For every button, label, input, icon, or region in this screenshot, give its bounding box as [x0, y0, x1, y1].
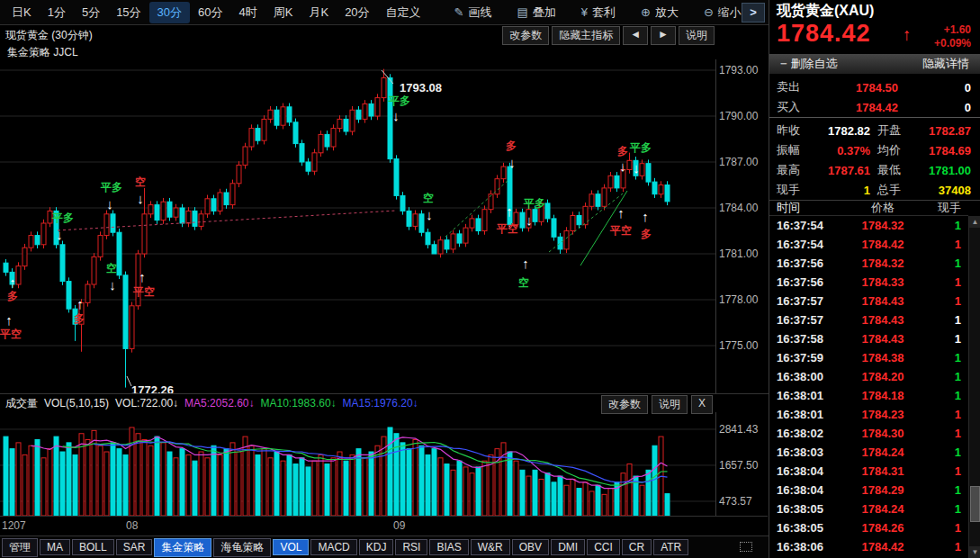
chart-prev-arrow-button[interactable]: ◄ [623, 26, 648, 45]
scroll-thumb[interactable] [970, 486, 980, 522]
svg-text:平空: 平空 [0, 328, 22, 340]
price-change: +1.60 [934, 23, 971, 37]
trade-price: 1784.43 [843, 332, 922, 346]
tab-BOLL[interactable]: BOLL [72, 539, 114, 555]
table-row[interactable]: 16:38:011784.231 [769, 405, 968, 424]
timeframe-自定义[interactable]: 自定义 [378, 2, 429, 23]
volume-pane-title: 成交量 [5, 396, 38, 411]
table-row[interactable]: 16:37:561784.321 [769, 254, 968, 273]
timeframe-20分[interactable]: 20分 [337, 2, 377, 23]
table-row[interactable]: 16:38:051784.261 [769, 518, 968, 537]
tab-ATR[interactable]: ATR [653, 539, 688, 555]
table-row[interactable]: 16:38:041784.291 [769, 481, 968, 500]
stat-label: 最高 [769, 162, 805, 178]
volume-close-button[interactable]: X [691, 395, 713, 414]
svg-text:↑: ↑ [522, 256, 529, 271]
trade-time: 16:38:05 [769, 521, 843, 535]
chart-title: 现货黄金 (30分钟) [0, 28, 93, 43]
timeframe-15分[interactable]: 15分 [108, 2, 148, 23]
tab-DMI[interactable]: DMI [551, 539, 585, 555]
time-sales-rows: 16:37:541784.32116:37:541784.42116:37:56… [769, 216, 968, 558]
table-col-header: 现手 [922, 200, 968, 215]
table-row[interactable]: 16:37:591784.381 [769, 348, 968, 367]
table-row[interactable]: 16:37:581784.431 [769, 329, 968, 348]
table-row[interactable]: 16:37:571784.431 [769, 310, 968, 329]
remove-watchlist-button[interactable]: −删除自选 [780, 56, 838, 72]
timeframe-周K[interactable]: 周K [265, 2, 301, 23]
tab-海龟策略[interactable]: 海龟策略 [213, 538, 271, 557]
svg-text:多: 多 [74, 312, 85, 325]
trade-price: 1784.43 [843, 313, 922, 327]
table-row[interactable]: 16:38:041784.311 [769, 462, 968, 481]
trade-time: 16:38:01 [769, 408, 843, 421]
trade-qty: 1 [922, 483, 968, 497]
trade-time: 16:37:57 [769, 294, 843, 308]
tab-BIAS[interactable]: BIAS [429, 539, 468, 555]
scroll-down-icon[interactable]: ▼ [969, 546, 980, 558]
tool-draw-line[interactable]: ✎画线 [445, 2, 501, 23]
svg-text:1790.00: 1790.00 [719, 110, 759, 122]
trade-qty: 1 [922, 275, 968, 289]
table-row[interactable]: 16:37:561784.331 [769, 273, 968, 292]
tab-CCI[interactable]: CCI [587, 539, 620, 555]
timeframe-5分[interactable]: 5分 [74, 2, 108, 23]
volume-current-value: VOL:722.00↓ [115, 397, 178, 410]
trade-qty: 1 [922, 313, 968, 327]
panel-layout-icon[interactable] [740, 542, 752, 552]
volume-chart[interactable]: 2841.431657.50473.5712070809 [0, 412, 768, 536]
table-scrollbar[interactable]: ▲ ▼ [968, 216, 980, 558]
tool-arbitrage[interactable]: ¥套利 [572, 2, 625, 23]
trade-time: 16:38:06 [769, 540, 843, 554]
trade-time: 16:38:04 [769, 464, 843, 478]
tab-MACD[interactable]: MACD [310, 539, 356, 555]
table-row[interactable]: 16:37:541784.421 [769, 235, 968, 254]
trade-qty: 1 [922, 294, 968, 308]
tab-VOL[interactable]: VOL [273, 539, 309, 555]
tab-RSI[interactable]: RSI [395, 539, 427, 555]
table-col-header: 价格 [843, 200, 922, 215]
timeframe-60分[interactable]: 60分 [190, 2, 230, 23]
tab-SAR[interactable]: SAR [116, 539, 153, 555]
table-row[interactable]: 16:38:061784.421 [769, 537, 968, 556]
svg-text:08: 08 [126, 519, 139, 532]
timeframe-30分[interactable]: 30分 [149, 2, 190, 23]
timeframe-1分[interactable]: 1分 [40, 2, 74, 23]
timeframe-月K[interactable]: 月K [301, 2, 337, 23]
svg-text:平多: 平多 [523, 197, 545, 210]
trade-qty: 1 [922, 238, 968, 251]
tab-集金策略[interactable]: 集金策略 [154, 538, 211, 557]
volume-help-button[interactable]: 说明 [652, 395, 688, 414]
main-toolbar: 日K1分5分15分30分60分4时周K月K20分自定义 ✎画线▤叠加¥套利⊕放大… [0, 0, 769, 25]
table-row[interactable]: 16:38:011784.181 [769, 386, 968, 405]
chart-next-arrow-button[interactable]: ► [651, 26, 676, 45]
price-change-pct: +0.09% [934, 37, 971, 50]
last-price: 1784.42 [777, 20, 871, 48]
tab-OBV[interactable]: OBV [512, 539, 549, 555]
svg-text:↑: ↑ [617, 205, 625, 220]
toolbar-expand-button[interactable]: > [742, 3, 765, 22]
table-row[interactable]: 16:38:001784.201 [769, 367, 968, 386]
chart-change-params-button[interactable]: 改参数 [502, 26, 549, 45]
tool-overlay[interactable]: ▤叠加 [508, 2, 565, 23]
tool-zoom-in[interactable]: ⊕放大 [632, 2, 688, 23]
svg-text:↓: ↓ [526, 212, 533, 228]
hide-details-button[interactable]: 隐藏详情 [922, 56, 969, 72]
table-row[interactable]: 16:37:571784.431 [769, 292, 968, 310]
timeframe-4时[interactable]: 4时 [231, 2, 265, 23]
tab-KDJ[interactable]: KDJ [359, 539, 394, 555]
tab-MA[interactable]: MA [40, 539, 70, 555]
volume-change-params-button[interactable]: 改参数 [601, 395, 648, 414]
svg-text:多: 多 [617, 145, 628, 158]
table-row[interactable]: 16:37:541784.321 [769, 216, 968, 235]
chart-hide-main-indicator-button[interactable]: 隐藏主指标 [552, 26, 620, 45]
timeframe-日K[interactable]: 日K [4, 2, 40, 23]
table-row[interactable]: 16:38:031784.241 [769, 443, 968, 462]
table-row[interactable]: 16:38:021784.301 [769, 424, 968, 443]
tab-W&R[interactable]: W&R [471, 539, 510, 555]
scroll-up-icon[interactable]: ▲ [969, 216, 980, 228]
price-chart[interactable]: 1793.001790.001787.001784.001781.001778.… [0, 59, 768, 393]
chart-help-button[interactable]: 说明 [679, 26, 715, 45]
tab-管理[interactable]: 管理 [2, 538, 38, 557]
tab-CR[interactable]: CR [622, 539, 652, 555]
table-row[interactable]: 16:38:051784.241 [769, 500, 968, 518]
